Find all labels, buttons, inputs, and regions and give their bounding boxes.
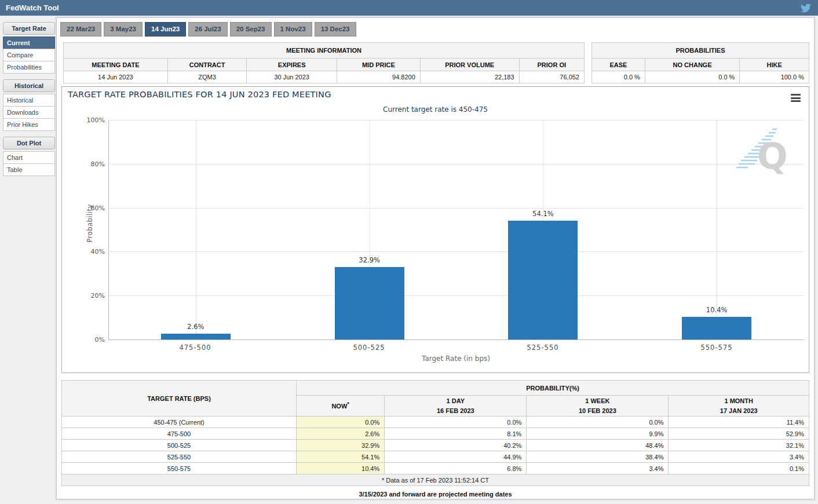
table-row: 525-550 54.1% 44.9% 38.4% 3.4% bbox=[62, 451, 809, 463]
app-title: FedWatch Tool bbox=[6, 3, 59, 12]
expires-value: 30 Jun 2023 bbox=[247, 71, 337, 83]
probabilities-summary-row: 0.0 % 0.0 % 100.0 % bbox=[592, 71, 809, 83]
x-axis-label: Target Rate (in bps) bbox=[108, 355, 804, 363]
ease-value: 0.0 % bbox=[592, 71, 645, 83]
sidebar-item-compare[interactable]: Compare bbox=[3, 49, 55, 61]
week-value: 3.4% bbox=[527, 463, 669, 474]
day-value: 6.8% bbox=[385, 463, 527, 474]
col-target-rate-bps: TARGET RATE (BPS) bbox=[62, 381, 297, 417]
app-header-bar: FedWatch Tool bbox=[0, 0, 818, 16]
twitter-icon[interactable] bbox=[801, 3, 811, 13]
col-contract: CONTRACT bbox=[167, 59, 247, 71]
tab-22mar23[interactable]: 22 Mar23 bbox=[60, 22, 101, 36]
meeting-info-title: MEETING INFORMATION bbox=[64, 43, 585, 59]
bar-500-525[interactable] bbox=[335, 267, 404, 339]
main-content: 22 Mar23 3 May23 14 Jun23 26 Jul23 20 Se… bbox=[56, 17, 815, 499]
chart-plot-area: 100% 80% 60% 40% 20% 0% Probability 2.6%… bbox=[108, 120, 804, 340]
day-value: 40.2% bbox=[385, 440, 527, 451]
col-1-week: 1 WEEK10 FEB 2023 bbox=[527, 396, 669, 417]
quikstrike-watermark-icon: Q bbox=[735, 125, 787, 177]
bar-value-label: 32.9% bbox=[359, 256, 380, 264]
x-category-labels: 475-500 500-525 525-550 550-575 bbox=[108, 344, 804, 352]
y-axis-label: Probability bbox=[86, 204, 94, 242]
sidebar: Target Rate Current Compare Probabilitie… bbox=[3, 22, 55, 176]
bar-slot-475-500: 2.6% bbox=[109, 120, 283, 339]
rate-label: 550-575 bbox=[62, 463, 297, 474]
probability-group-header: PROBABILITY(%) bbox=[297, 381, 809, 396]
sidebar-section-dot-plot[interactable]: Dot Plot bbox=[3, 137, 55, 149]
hike-value: 100.0 % bbox=[740, 71, 809, 83]
chart-menu-icon[interactable] bbox=[791, 94, 801, 104]
bar-525-550[interactable] bbox=[508, 221, 578, 339]
tab-20sep23[interactable]: 20 Sep23 bbox=[230, 22, 272, 36]
projected-dates-note: 3/15/2023 and forward are projected meet… bbox=[57, 491, 814, 498]
chart-subtitle: Current target rate is 450-475 bbox=[62, 105, 809, 114]
cat-500-525: 500-525 bbox=[282, 344, 456, 352]
ytick-100: 100% bbox=[64, 116, 105, 124]
bar-value-label: 54.1% bbox=[532, 210, 554, 218]
ytick-40: 40% bbox=[64, 248, 105, 255]
sidebar-item-current[interactable]: Current bbox=[3, 36, 55, 49]
rate-label: 525-550 bbox=[62, 451, 297, 463]
month-value: 32.1% bbox=[669, 440, 809, 451]
col-1-day: 1 DAY16 FEB 2023 bbox=[385, 396, 527, 417]
table-row: 500-525 32.9% 40.2% 48.4% 32.1% bbox=[62, 440, 809, 451]
bar-value-label: 10.4% bbox=[706, 306, 728, 314]
meeting-information-table: MEETING INFORMATION MEETING DATE CONTRAC… bbox=[63, 42, 585, 83]
ytick-0: 0% bbox=[64, 336, 105, 344]
prior-volume-value: 22,183 bbox=[420, 71, 519, 83]
meeting-date-tabs: 22 Mar23 3 May23 14 Jun23 26 Jul23 20 Se… bbox=[60, 22, 356, 36]
sidebar-item-prior-hikes[interactable]: Prior Hikes bbox=[3, 118, 55, 131]
week-value: 9.9% bbox=[527, 428, 669, 440]
probability-history-table-wrap: TARGET RATE (BPS) PROBABILITY(%) NOW* 1 … bbox=[61, 380, 809, 486]
table-row: 475-500 2.6% 8.1% 9.9% 52.9% bbox=[62, 428, 809, 440]
bar-slot-500-525: 32.9% bbox=[283, 120, 457, 339]
now-value: 10.4% bbox=[297, 463, 385, 474]
probabilities-title: PROBABILITIES bbox=[592, 43, 809, 59]
svg-text:Q: Q bbox=[757, 135, 787, 177]
col-meeting-date: MEETING DATE bbox=[64, 59, 168, 71]
data-as-of-note: * Data as of 17 Feb 2023 11:52:14 CT bbox=[62, 474, 809, 486]
table-row: 550-575 10.4% 6.8% 3.4% 0.1% bbox=[62, 463, 809, 474]
meeting-info-row: 14 Jun 2023 ZQM3 30 Jun 2023 94.8200 22,… bbox=[64, 71, 585, 83]
meeting-date-value: 14 Jun 2023 bbox=[64, 71, 168, 83]
bar-550-575[interactable] bbox=[682, 317, 751, 339]
no-change-value: 0.0 % bbox=[645, 71, 739, 83]
sidebar-item-table[interactable]: Table bbox=[3, 163, 55, 176]
tab-26jul23[interactable]: 26 Jul23 bbox=[188, 22, 227, 36]
target-rate-chart-panel: TARGET RATE PROBABILITIES FOR 14 JUN 202… bbox=[61, 86, 809, 373]
cat-525-550: 525-550 bbox=[456, 344, 630, 352]
month-value: 52.9% bbox=[669, 428, 809, 440]
sidebar-item-probabilities[interactable]: Probabilities bbox=[3, 61, 55, 74]
month-value: 0.1% bbox=[669, 463, 809, 474]
col-1-month: 1 MONTH17 JAN 2023 bbox=[669, 396, 809, 417]
sidebar-item-chart[interactable]: Chart bbox=[3, 151, 55, 164]
week-value: 48.4% bbox=[527, 440, 669, 451]
col-hike: HIKE bbox=[740, 59, 809, 71]
month-value: 3.4% bbox=[669, 451, 809, 463]
col-prior-oi: PRIOR OI bbox=[519, 59, 584, 71]
sidebar-section-target-rate[interactable]: Target Rate bbox=[3, 22, 55, 35]
contract-value: ZQM3 bbox=[167, 71, 247, 83]
probabilities-summary-table: PROBABILITIES EASE NO CHANGE HIKE 0.0 % … bbox=[591, 42, 809, 83]
rate-label: 450-475 (Current) bbox=[62, 417, 297, 428]
probability-history-table: TARGET RATE (BPS) PROBABILITY(%) NOW* 1 … bbox=[61, 380, 809, 486]
sidebar-item-downloads[interactable]: Downloads bbox=[3, 106, 55, 119]
sidebar-section-historical[interactable]: Historical bbox=[3, 79, 55, 92]
bar-475-500[interactable] bbox=[161, 334, 231, 339]
ytick-80: 80% bbox=[64, 160, 105, 168]
chart-title: TARGET RATE PROBABILITIES FOR 14 JUN 202… bbox=[68, 90, 331, 99]
now-value: 0.0% bbox=[297, 417, 385, 428]
col-mid-price: MID PRICE bbox=[337, 59, 420, 71]
tab-1nov23[interactable]: 1 Nov23 bbox=[274, 22, 312, 36]
rate-label: 500-525 bbox=[62, 440, 297, 451]
tab-3may23[interactable]: 3 May23 bbox=[104, 22, 143, 36]
now-value: 54.1% bbox=[297, 451, 385, 463]
now-value: 2.6% bbox=[297, 428, 385, 440]
ytick-60: 60% bbox=[64, 204, 105, 212]
sidebar-item-historical[interactable]: Historical bbox=[3, 94, 55, 107]
prior-oi-value: 76,052 bbox=[519, 71, 584, 83]
now-value: 32.9% bbox=[297, 440, 385, 451]
tab-13dec23[interactable]: 13 Dec23 bbox=[315, 22, 356, 36]
tab-14jun23[interactable]: 14 Jun23 bbox=[145, 22, 186, 36]
